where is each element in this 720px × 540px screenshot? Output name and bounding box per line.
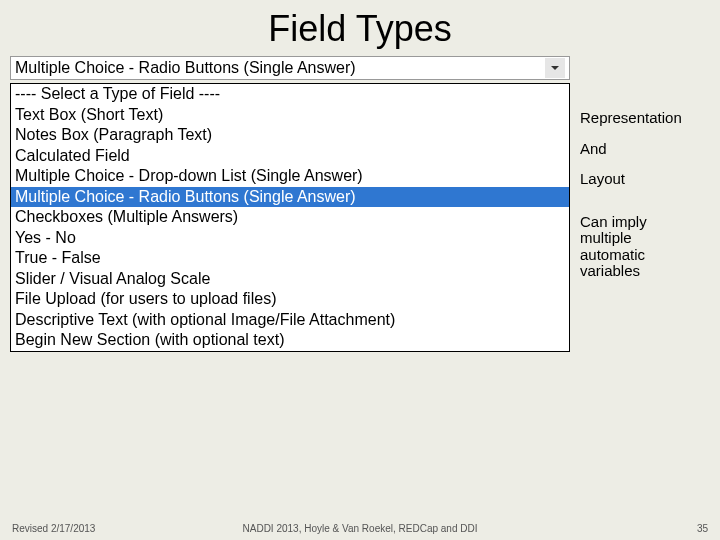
field-type-option[interactable]: Text Box (Short Text) bbox=[11, 105, 569, 126]
note-and: And bbox=[580, 141, 700, 158]
field-type-combobox[interactable]: Multiple Choice - Radio Buttons (Single … bbox=[10, 56, 570, 80]
combobox-arrow-button[interactable] bbox=[545, 58, 565, 78]
dropdown-column: Multiple Choice - Radio Buttons (Single … bbox=[10, 56, 570, 352]
field-type-option[interactable]: ---- Select a Type of Field ---- bbox=[11, 84, 569, 105]
footer-citation: NADDI 2013, Hoyle & Van Roekel, REDCap a… bbox=[243, 523, 478, 534]
field-type-option[interactable]: File Upload (for users to upload files) bbox=[11, 289, 569, 310]
field-type-option[interactable]: Multiple Choice - Radio Buttons (Single … bbox=[11, 187, 569, 208]
note-layout: Layout bbox=[580, 171, 700, 188]
footer-page-number: 35 bbox=[697, 523, 708, 534]
field-type-options-list[interactable]: ---- Select a Type of Field ----Text Box… bbox=[10, 83, 570, 352]
slide-footer: Revised 2/17/2013 NADDI 2013, Hoyle & Va… bbox=[0, 523, 720, 534]
page-title: Field Types bbox=[0, 0, 720, 56]
field-type-option[interactable]: Multiple Choice - Drop-down List (Single… bbox=[11, 166, 569, 187]
field-type-option[interactable]: True - False bbox=[11, 248, 569, 269]
combobox-selected-label: Multiple Choice - Radio Buttons (Single … bbox=[15, 59, 545, 77]
notes-column: Representation And Layout Can imply mult… bbox=[580, 56, 700, 352]
note-implication: Can imply multiple automatic variables bbox=[580, 214, 700, 280]
note-representation: Representation bbox=[580, 110, 700, 127]
main-area: Multiple Choice - Radio Buttons (Single … bbox=[0, 56, 720, 352]
field-type-option[interactable]: Begin New Section (with optional text) bbox=[11, 330, 569, 351]
field-type-option[interactable]: Descriptive Text (with optional Image/Fi… bbox=[11, 310, 569, 331]
footer-revised-date: Revised 2/17/2013 bbox=[12, 523, 95, 534]
field-type-option[interactable]: Slider / Visual Analog Scale bbox=[11, 269, 569, 290]
chevron-down-icon bbox=[550, 59, 560, 77]
field-type-option[interactable]: Checkboxes (Multiple Answers) bbox=[11, 207, 569, 228]
field-type-option[interactable]: Yes - No bbox=[11, 228, 569, 249]
field-type-option[interactable]: Notes Box (Paragraph Text) bbox=[11, 125, 569, 146]
field-type-option[interactable]: Calculated Field bbox=[11, 146, 569, 167]
